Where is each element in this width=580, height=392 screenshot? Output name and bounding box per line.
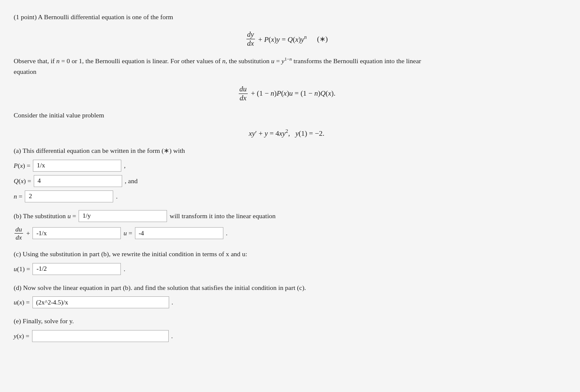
- du-numerator: du: [239, 85, 248, 94]
- part-a-label: (a) This differential equation can be wr…: [14, 146, 559, 156]
- eq3-body: xy′ + y = 4xy2, y(1) = −2.: [249, 128, 324, 138]
- ux-input[interactable]: [32, 296, 169, 308]
- c-period: .: [123, 265, 125, 273]
- qx-suffix: , and: [125, 177, 138, 185]
- part-b-suffix: will transform it into the linear equati…: [170, 212, 275, 220]
- yx-label: y(x) =: [14, 332, 29, 340]
- sub-u-input[interactable]: [79, 210, 167, 222]
- yx-input[interactable]: [32, 330, 169, 342]
- intro-text: (1 point) A Bernoulli differential equat…: [14, 12, 559, 23]
- main-page: (1 point) A Bernoulli differential equat…: [0, 0, 580, 392]
- px-input[interactable]: [33, 160, 121, 172]
- part-e-section: (e) Finally, solve for y. y(x) = .: [14, 316, 559, 342]
- du-dx-fraction: du dx: [239, 85, 248, 102]
- n-period: .: [116, 193, 117, 200]
- n-label: n =: [14, 193, 22, 200]
- eq1-star: (∗): [317, 35, 328, 44]
- qx-input[interactable]: [34, 175, 122, 187]
- u-eq-input[interactable]: [135, 227, 223, 239]
- dy-dx-fraction: dy dx: [246, 30, 255, 48]
- ux-row: u(x) = .: [14, 296, 559, 308]
- equation-2: du dx + (1 − n)P(x)u = (1 − n)Q(x).: [14, 85, 559, 102]
- px-comma: ,: [124, 162, 126, 170]
- dy-numerator: dy: [246, 30, 255, 39]
- px-row: P(x) = ,: [14, 160, 559, 172]
- dy-denominator: dx: [246, 39, 255, 48]
- header-section: (1 point) A Bernoulli differential equat…: [14, 12, 559, 23]
- u1-input[interactable]: [32, 263, 121, 275]
- part-a-section: (a) This differential equation can be wr…: [14, 146, 559, 202]
- qx-row: Q(x) = , and: [14, 175, 559, 187]
- equation-1: dy dx + P(x)y = Q(x)yn (∗): [14, 30, 559, 48]
- ux-label: u(x) =: [14, 298, 30, 306]
- part-e-label: (e) Finally, solve for y.: [14, 316, 559, 327]
- part-d-label: (d) Now solve the linear equation in par…: [14, 283, 559, 293]
- part-c-section: (c) Using the substitution in part (b), …: [14, 249, 559, 275]
- coeff-input[interactable]: [32, 227, 121, 239]
- qx-label: Q(x) =: [14, 177, 31, 185]
- part-b-label: (b) The substitution u =: [14, 212, 76, 220]
- part-b-row: (b) The substitution u = will transform …: [14, 210, 559, 222]
- consider-text: Consider the initial value problem: [14, 110, 559, 121]
- u1-label: u(1) =: [14, 265, 30, 273]
- e-period: .: [171, 332, 173, 340]
- n-row: n = .: [14, 190, 559, 202]
- observe-section: Observe that, if n = 0 or 1, the Bernoul…: [14, 56, 559, 77]
- du-dx-fraction-b: du dx: [15, 225, 23, 241]
- observe-text: Observe that, if n = 0 or 1, the Bernoul…: [14, 56, 559, 77]
- part-d-section: (d) Now solve the linear equation in par…: [14, 283, 559, 309]
- eq2-body: + (1 − n)P(x)u = (1 − n)Q(x).: [251, 89, 336, 98]
- n-input[interactable]: [25, 190, 113, 202]
- part-b-section: (b) The substitution u = will transform …: [14, 210, 559, 241]
- yx-row: y(x) = .: [14, 330, 559, 342]
- plus-sign: +: [26, 229, 30, 237]
- equation-3: xy′ + y = 4xy2, y(1) = −2.: [14, 128, 559, 138]
- u-eq-label: u =: [123, 229, 132, 237]
- u1-row: u(1) = .: [14, 263, 559, 275]
- px-label: P(x) =: [14, 162, 30, 170]
- d-period: .: [172, 298, 173, 306]
- eq1-body: + P(x)y = Q(x)yn: [258, 34, 307, 44]
- du-denominator: dx: [239, 94, 247, 102]
- du-eq-row: du dx + u = .: [14, 225, 559, 241]
- b-period: .: [226, 229, 228, 237]
- part-c-label: (c) Using the substitution in part (b), …: [14, 249, 559, 260]
- consider-section: Consider the initial value problem: [14, 110, 559, 121]
